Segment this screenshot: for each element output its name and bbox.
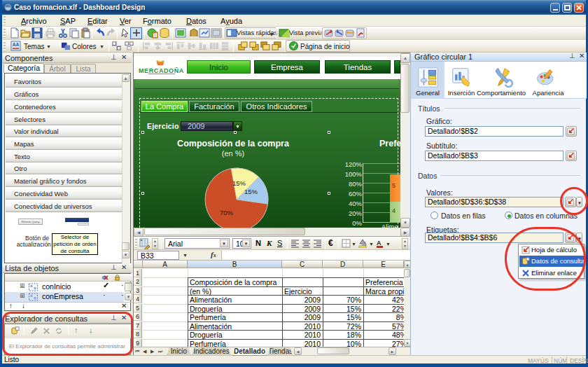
svg-text:AA: AA — [13, 42, 20, 47]
svg-text:A: A — [377, 240, 382, 247]
